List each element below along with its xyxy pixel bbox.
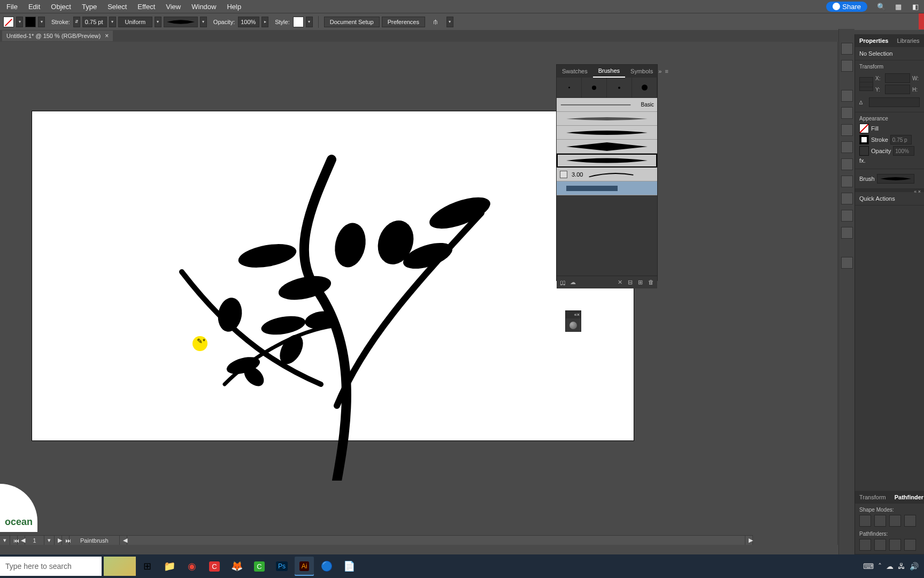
brush-libraries-icon[interactable]: 🕮 xyxy=(560,279,566,286)
menu-view[interactable]: View xyxy=(160,3,186,11)
brush-dot-4[interactable] xyxy=(632,78,657,97)
close-tab-icon[interactable]: × xyxy=(105,32,109,40)
minus-front-button[interactable] xyxy=(874,515,886,527)
menu-help[interactable]: Help xyxy=(221,3,247,11)
fill-swatch[interactable] xyxy=(3,17,14,27)
app-green-icon[interactable]: C xyxy=(250,557,269,576)
angle-input[interactable] xyxy=(869,97,920,107)
dock-appearance-icon[interactable] xyxy=(841,158,853,170)
first-artboard-button[interactable]: ⏮ xyxy=(10,536,18,545)
remove-stroke-icon[interactable]: ✕ xyxy=(618,279,622,286)
profile-dropdown-caret[interactable]: ▾ xyxy=(155,17,161,27)
stroke-weight-prop[interactable]: 0.75 p xyxy=(890,135,912,144)
brush-taper-2[interactable] xyxy=(557,140,657,154)
dock-artboards-icon[interactable] xyxy=(841,227,853,239)
style-swatch[interactable] xyxy=(293,17,304,27)
brush-definition-dropdown[interactable] xyxy=(164,17,198,27)
brush-options-icon[interactable]: ⊟ xyxy=(628,279,633,286)
brush-dot-1[interactable] xyxy=(557,78,582,97)
opacity-caret[interactable]: ▸ xyxy=(261,17,268,27)
share-button[interactable]: Share xyxy=(826,2,867,12)
menu-window[interactable]: Window xyxy=(186,3,221,11)
tab-properties[interactable]: Properties xyxy=(855,34,892,47)
tab-symbols[interactable]: Symbols xyxy=(625,65,658,78)
tray-volume-icon[interactable]: 🔊 xyxy=(910,562,919,571)
arrange-docs-icon[interactable]: ▦ xyxy=(892,0,905,13)
panel-collapse-icon[interactable]: « xyxy=(914,189,917,192)
menu-object[interactable]: Object xyxy=(45,3,76,11)
intersect-button[interactable] xyxy=(889,515,901,527)
taskbar-search[interactable]: Type here to search xyxy=(0,557,102,576)
brush-taper-1[interactable] xyxy=(557,126,657,140)
fill-dropdown[interactable]: ▾ xyxy=(16,17,23,27)
align-caret[interactable]: ▾ xyxy=(446,17,453,27)
stroke-dropdown[interactable]: ▾ xyxy=(38,17,45,27)
zoom-dropdown[interactable]: ▾ xyxy=(0,536,10,545)
brush-point-oval[interactable]: 3.00 xyxy=(557,168,657,181)
canvas-area[interactable]: ocean ▾ ⏮ ◀ 1 ▾ ▶ ⏭ Paintbrush ◀ ▶ xyxy=(0,42,838,545)
divide-button[interactable] xyxy=(859,539,871,551)
document-tab[interactable]: Untitled-1* @ 150 % (RGB/Preview) × xyxy=(2,31,113,41)
libraries-panel-icon[interactable]: ☁ xyxy=(570,279,576,286)
artboard-dropdown[interactable]: ▾ xyxy=(44,536,55,545)
new-brush-icon[interactable]: ⊞ xyxy=(638,279,643,286)
tab-brushes[interactable]: Brushes xyxy=(593,65,625,78)
fill-swatch-prop[interactable] xyxy=(859,124,869,133)
menu-select[interactable]: Select xyxy=(102,3,132,11)
next-artboard-button[interactable]: ▶ xyxy=(55,536,62,545)
taskbar-weather[interactable] xyxy=(104,557,136,576)
menu-file[interactable]: File xyxy=(1,3,23,11)
brush-dropdown-caret[interactable]: ▾ xyxy=(200,17,207,27)
dock-color-icon[interactable] xyxy=(841,90,853,102)
fx-button[interactable]: fx. xyxy=(859,157,866,164)
dock-graphic-styles-icon[interactable] xyxy=(841,176,853,187)
search-icon[interactable]: 🔍 xyxy=(875,0,888,13)
stroke-stepper[interactable]: ⇵ xyxy=(73,17,80,27)
tab-libraries[interactable]: Libraries xyxy=(892,34,923,47)
collapse-panel-icon[interactable]: » xyxy=(658,68,661,74)
notepad-icon[interactable]: 📄 xyxy=(340,557,359,576)
stroke-swatch-prop[interactable] xyxy=(859,135,869,144)
tab-transform-bottom[interactable]: Transform xyxy=(855,491,890,504)
brush-charcoal[interactable] xyxy=(557,112,657,126)
delete-brush-icon[interactable]: 🗑 xyxy=(648,279,654,286)
photoshop-icon[interactable]: Ps xyxy=(272,557,291,576)
dock-comments-icon[interactable] xyxy=(841,257,853,269)
y-input[interactable] xyxy=(885,85,910,94)
dock-gradient-icon[interactable] xyxy=(841,107,853,119)
tray-keyboard-icon[interactable]: ⌨ xyxy=(863,562,874,571)
brush-taper-3-active[interactable] xyxy=(557,154,657,168)
workspace-switcher-icon[interactable]: ◧ xyxy=(909,0,922,13)
tab-swatches[interactable]: Swatches xyxy=(557,65,593,78)
panel-close-icon[interactable]: × xyxy=(918,189,921,192)
tray-network-icon[interactable]: 🖧 xyxy=(898,562,905,571)
dock-transparency-icon[interactable] xyxy=(841,141,853,153)
trim-button[interactable] xyxy=(874,539,886,551)
opacity-input[interactable] xyxy=(238,17,259,27)
panel-menu-icon[interactable]: ≡ xyxy=(665,68,668,74)
task-view-icon[interactable]: ⊞ xyxy=(137,557,157,576)
merge-button[interactable] xyxy=(889,539,901,551)
reference-point-grid[interactable] xyxy=(859,77,873,91)
stroke-weight-dropdown[interactable]: ▾ xyxy=(109,17,116,27)
h-scrollbar[interactable] xyxy=(127,536,745,545)
chrome-icon[interactable]: ◉ xyxy=(182,557,202,576)
profile-dropdown[interactable]: Uniform xyxy=(118,17,152,27)
tab-pathfinder[interactable]: Pathfinder xyxy=(890,491,924,504)
unite-button[interactable] xyxy=(859,515,871,527)
stroke-weight-input[interactable] xyxy=(82,17,107,27)
firefox-icon[interactable]: 🦊 xyxy=(227,557,247,576)
mini-panel-close-icon[interactable]: × xyxy=(577,312,580,317)
app-circle-icon[interactable]: 🔵 xyxy=(317,557,336,576)
style-caret[interactable]: ▾ xyxy=(306,17,313,27)
dock-layers-icon[interactable] xyxy=(841,193,853,204)
dock-stroke-icon[interactable] xyxy=(841,124,853,136)
file-explorer-icon[interactable]: 📁 xyxy=(160,557,179,576)
brush-pattern-selected[interactable] xyxy=(557,181,657,195)
stroke-swatch[interactable] xyxy=(25,17,36,27)
menu-type[interactable]: Type xyxy=(76,3,102,11)
opacity-icon[interactable] xyxy=(859,146,869,156)
opacity-value-prop[interactable]: 100% xyxy=(893,146,914,156)
tray-cloud-icon[interactable]: ☁ xyxy=(886,562,894,571)
preferences-button[interactable]: Preferences xyxy=(382,17,425,27)
